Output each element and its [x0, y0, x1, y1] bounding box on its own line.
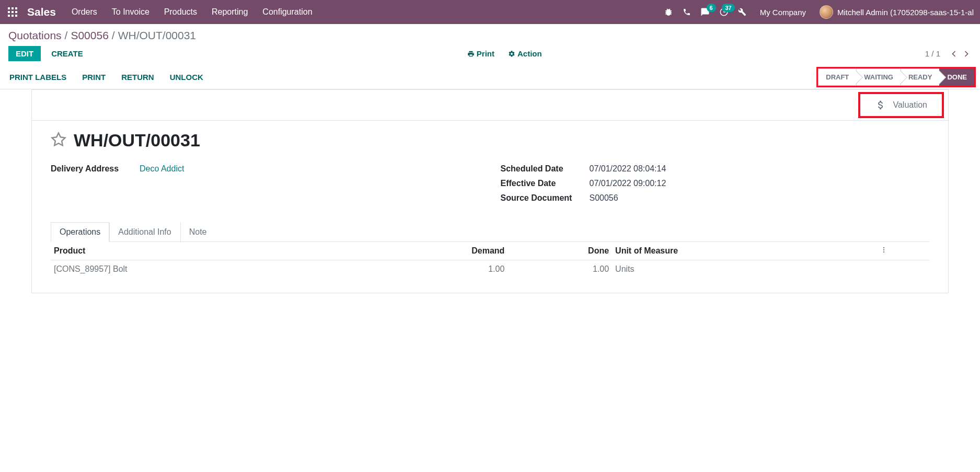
svg-rect-7	[11, 15, 14, 17]
svg-rect-6	[8, 15, 10, 17]
th-done[interactable]: Done	[508, 242, 612, 260]
scheduled-date-label: Scheduled Date	[501, 164, 590, 174]
activities-icon[interactable]: 37	[719, 7, 729, 17]
main-navbar: Sales Orders To Invoice Products Reporti…	[0, 0, 980, 24]
form-sheet: Valuation WH/OUT/00031 Delivery Address …	[31, 89, 949, 293]
breadcrumb-current: WH/OUT/00031	[118, 29, 196, 42]
cell-uom: Units	[612, 260, 877, 279]
record-name: WH/OUT/00031	[74, 130, 200, 151]
return-button[interactable]: RETURN	[120, 71, 155, 84]
cell-product: [CONS_89957] Bolt	[51, 260, 357, 279]
print-icon	[467, 50, 475, 57]
button-box: Valuation	[32, 90, 948, 121]
pager-prev[interactable]	[949, 49, 959, 59]
breadcrumb-root[interactable]: Quotations	[8, 29, 62, 42]
kebab-icon	[880, 246, 887, 254]
th-options[interactable]	[877, 242, 929, 260]
breadcrumb: Quotations / S00056 / WH/OUT/00031	[8, 29, 972, 42]
svg-point-12	[883, 251, 884, 252]
svg-rect-8	[15, 15, 17, 17]
chevron-left-icon	[949, 49, 959, 59]
menu-products[interactable]: Products	[164, 7, 197, 17]
avatar-icon	[820, 5, 833, 19]
th-product[interactable]: Product	[51, 242, 357, 260]
delivery-address-label: Delivery Address	[51, 164, 140, 174]
app-brand[interactable]: Sales	[27, 6, 56, 18]
breadcrumb-parent[interactable]: S00056	[71, 29, 108, 42]
control-panel: Quotations / S00056 / WH/OUT/00031 EDIT …	[0, 24, 980, 61]
source-doc-label: Source Document	[501, 193, 590, 203]
svg-rect-0	[8, 7, 10, 9]
systray: 6 37 My Company Mitchell Admin (17052098…	[664, 5, 974, 19]
dollar-icon	[875, 99, 886, 111]
th-uom[interactable]: Unit of Measure	[612, 242, 877, 260]
svg-rect-1	[11, 7, 14, 9]
svg-rect-5	[15, 11, 17, 13]
scheduled-date-value: 07/01/2022 08:04:14	[590, 164, 666, 174]
menu-reporting[interactable]: Reporting	[212, 7, 248, 17]
debug-icon[interactable]	[664, 7, 673, 17]
print-dropdown[interactable]: Print	[466, 47, 495, 60]
svg-rect-4	[11, 11, 14, 13]
svg-marker-9	[52, 133, 65, 145]
menu-orders[interactable]: Orders	[72, 7, 97, 17]
tab-note[interactable]: Note	[180, 222, 216, 242]
pager-next[interactable]	[961, 49, 972, 59]
menu-configuration[interactable]: Configuration	[262, 7, 312, 17]
user-menu[interactable]: Mitchell Admin (17052098-saas-15-1-al	[820, 5, 974, 19]
status-bar: DRAFT WAITING READY DONE	[816, 67, 976, 87]
tabs: Operations Additional Info Note	[51, 222, 929, 242]
gear-icon	[508, 50, 515, 57]
pager-text: 1 / 1	[925, 49, 940, 58]
svg-point-10	[883, 247, 884, 248]
effective-date-value: 07/01/2022 09:00:12	[590, 179, 666, 188]
svg-rect-3	[8, 11, 10, 13]
edit-button[interactable]: EDIT	[8, 46, 41, 61]
messages-icon[interactable]: 6	[700, 7, 710, 17]
cell-demand: 1.00	[357, 260, 508, 279]
company-switcher[interactable]: My Company	[760, 8, 806, 17]
create-button[interactable]: CREATE	[50, 47, 84, 60]
status-draft[interactable]: DRAFT	[818, 68, 856, 86]
favorite-star[interactable]	[51, 132, 66, 149]
user-name: Mitchell Admin (17052098-saas-15-1-al	[837, 8, 974, 17]
action-dropdown[interactable]: Action	[507, 47, 543, 60]
print-labels-button[interactable]: PRINT LABELS	[8, 71, 67, 84]
unlock-button[interactable]: UNLOCK	[169, 71, 204, 84]
messages-badge: 6	[707, 4, 716, 12]
phone-icon[interactable]	[683, 8, 691, 16]
source-doc-value: S00056	[590, 193, 618, 203]
delivery-address-value[interactable]: Deco Addict	[140, 164, 184, 174]
effective-date-label: Effective Date	[501, 179, 590, 188]
star-icon	[51, 132, 66, 147]
actions-row: PRINT LABELS PRINT RETURN UNLOCK DRAFT W…	[0, 65, 980, 89]
activities-badge: 37	[722, 4, 734, 12]
th-demand[interactable]: Demand	[357, 242, 508, 260]
tab-additional-info[interactable]: Additional Info	[109, 222, 180, 242]
cell-done: 1.00	[508, 260, 612, 279]
menu-to-invoice[interactable]: To Invoice	[112, 7, 149, 17]
apps-icon[interactable]	[6, 6, 19, 18]
tab-operations[interactable]: Operations	[51, 222, 109, 242]
svg-rect-2	[15, 7, 17, 9]
tools-icon[interactable]	[738, 8, 746, 16]
table-row[interactable]: [CONS_89957] Bolt 1.00 1.00 Units	[51, 260, 929, 279]
svg-point-11	[883, 249, 884, 250]
valuation-button[interactable]: Valuation	[858, 92, 944, 118]
chevron-right-icon	[961, 49, 972, 59]
top-menu: Orders To Invoice Products Reporting Con…	[72, 7, 313, 17]
operations-table: Product Demand Done Unit of Measure [CON…	[51, 242, 929, 278]
valuation-label: Valuation	[893, 100, 927, 110]
print-button[interactable]: PRINT	[81, 71, 107, 84]
